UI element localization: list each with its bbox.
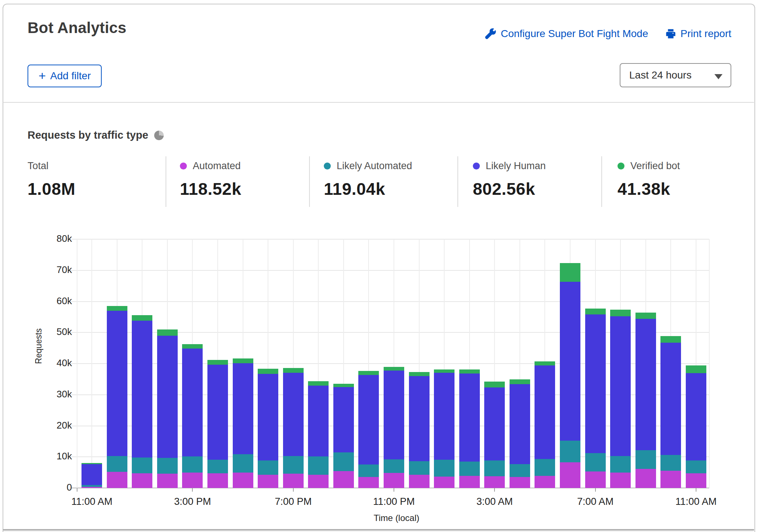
header-actions: Configure Super Bot Fight Mode Print rep… — [485, 28, 731, 40]
segment-likely-human — [157, 336, 178, 458]
gridline-60k — [71, 301, 709, 302]
segment-likely-human — [107, 311, 127, 456]
bar-2-00-am[interactable] — [459, 369, 480, 488]
bar-8-00-am[interactable] — [610, 310, 631, 488]
bar-2-00-pm[interactable] — [157, 329, 178, 488]
time-range-value: Last 24 hours — [620, 69, 692, 81]
segment-likely-automated — [585, 453, 606, 471]
print-report-link[interactable]: Print report — [665, 28, 732, 40]
segment-likely-human — [132, 321, 152, 458]
bar-5-00-pm[interactable] — [233, 358, 253, 488]
bar-11-00-am[interactable] — [82, 463, 102, 488]
segment-automated — [157, 474, 178, 488]
stat-divider — [309, 156, 310, 207]
bar-4-00-pm[interactable] — [207, 360, 228, 488]
segment-automated — [434, 477, 454, 488]
segment-verified-bot — [434, 369, 454, 373]
segment-likely-human — [409, 376, 430, 461]
stat-automated-value: 118.52k — [180, 179, 241, 199]
bar-9-00-am[interactable] — [635, 313, 656, 488]
segment-automated — [333, 471, 354, 488]
x-tick-mark — [696, 488, 696, 492]
segment-verified-bot — [107, 306, 127, 311]
bar-12-00-pm[interactable] — [107, 306, 127, 488]
bar-6-00-am[interactable] — [560, 263, 580, 488]
bar-6-00-pm[interactable] — [258, 369, 278, 488]
bar-7-00-pm[interactable] — [283, 368, 304, 488]
segment-automated — [610, 473, 631, 488]
bar-11-00-pm[interactable] — [384, 367, 404, 488]
vertical-gridline — [77, 239, 77, 488]
stat-likely-human-value: 802.56k — [473, 179, 546, 199]
stat-likely-automated: Likely Automated 119.04k — [324, 157, 412, 208]
bar-7-00-am[interactable] — [585, 309, 606, 488]
stat-total-value: 1.08M — [28, 179, 75, 199]
segment-verified-bot — [283, 368, 304, 373]
stat-total: Total 1.08M — [28, 157, 75, 208]
x-tick-mark — [494, 488, 495, 492]
stat-likely-human-label: Likely Human — [486, 160, 546, 172]
segment-automated — [283, 474, 304, 488]
segment-likely-human — [308, 386, 329, 456]
segment-likely-human — [535, 365, 555, 459]
segment-automated — [182, 473, 203, 488]
bar-1-00-pm[interactable] — [132, 315, 152, 488]
segment-likely-automated — [308, 456, 329, 475]
segment-automated — [409, 475, 430, 488]
bar-3-00-pm[interactable] — [182, 344, 203, 488]
segment-automated — [535, 476, 555, 488]
bar-11-00-am[interactable] — [686, 365, 706, 488]
add-filter-label: Add filter — [50, 70, 91, 82]
segment-likely-automated — [686, 460, 706, 474]
segment-automated — [107, 472, 127, 488]
add-filter-button[interactable]: + Add filter — [28, 65, 102, 87]
segment-verified-bot — [308, 381, 329, 386]
segment-verified-bot — [207, 360, 228, 365]
segment-likely-automated — [233, 454, 253, 473]
segment-verified-bot — [333, 384, 354, 387]
bar-9-00-pm[interactable] — [333, 384, 354, 488]
bar-4-00-am[interactable] — [510, 379, 530, 488]
bar-8-00-pm[interactable] — [308, 381, 329, 488]
bar-10-00-am[interactable] — [660, 336, 681, 488]
stat-verified-bot-label: Verified bot — [630, 160, 680, 172]
bar-10-00-pm[interactable] — [358, 371, 379, 488]
segment-automated — [233, 473, 253, 488]
segment-likely-automated — [157, 458, 178, 474]
segment-likely-human — [384, 371, 404, 459]
segment-likely-automated — [283, 456, 304, 474]
segment-likely-human — [82, 464, 102, 485]
segment-automated — [459, 476, 480, 488]
pie-chart-icon — [154, 131, 164, 140]
bar-3-00-am[interactable] — [484, 382, 505, 488]
bar-12-00-am[interactable] — [409, 372, 430, 488]
segment-likely-human — [182, 349, 203, 456]
vertical-gridline — [91, 239, 92, 488]
segment-automated — [510, 477, 530, 488]
segment-likely-human — [510, 384, 530, 464]
segment-automated — [384, 473, 404, 488]
section-heading-label: Requests by traffic type — [28, 129, 148, 141]
x-tick-label: 3:00 AM — [450, 496, 539, 507]
vertical-gridline — [709, 239, 710, 488]
stat-divider — [166, 156, 166, 207]
x-tick-label: 7:00 AM — [551, 496, 640, 507]
y-tick-label: 10k — [21, 451, 72, 462]
stat-likely-human: Likely Human 802.56k — [473, 157, 546, 208]
bar-5-00-am[interactable] — [535, 361, 555, 488]
x-tick-mark — [293, 488, 294, 492]
bar-1-00-am[interactable] — [434, 369, 454, 488]
x-tick-label: 11:00 AM — [652, 496, 740, 507]
segment-verified-bot — [233, 358, 253, 363]
stat-automated: Automated 118.52k — [180, 157, 241, 208]
segment-likely-automated — [107, 456, 127, 472]
configure-super-bot-fight-mode-link[interactable]: Configure Super Bot Fight Mode — [485, 28, 648, 40]
segment-verified-bot — [132, 315, 152, 321]
x-tick-mark — [595, 488, 596, 492]
segment-verified-bot — [258, 369, 278, 374]
time-range-select[interactable]: Last 24 hours — [620, 63, 731, 87]
bot-analytics-page: Bot Analytics Configure Super Bot Fight … — [0, 0, 757, 532]
x-axis-title: Time (local) — [349, 513, 444, 523]
stat-divider — [601, 156, 602, 207]
likely-human-legend-dot — [473, 163, 480, 170]
